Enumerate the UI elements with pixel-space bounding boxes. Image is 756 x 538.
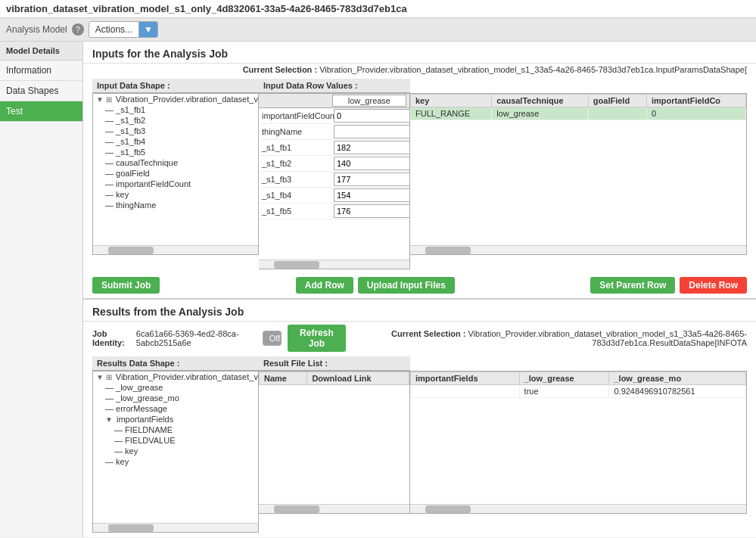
- field-label: _s1_fb5: [262, 207, 334, 216]
- result-table-scrollbar: [425, 505, 471, 513]
- result-tree-node-fieldvalue[interactable]: — FIELDVALUE: [93, 435, 258, 446]
- table-scroll-x[interactable]: [410, 245, 746, 254]
- results-current-selection-value: Vibration_Provider.vibration_dataset_vib…: [468, 329, 747, 347]
- input-tree-container: Input Data Shape : ▼ ⊞ Vibration_Provide…: [92, 79, 259, 255]
- result-table-scroll-x[interactable]: [410, 504, 746, 513]
- input-data-row-label: Input Data Row Values :: [259, 79, 410, 93]
- results-data-shape-label: Results Data Shape :: [92, 356, 259, 371]
- result-tree-scrollbar: [108, 524, 154, 532]
- file-list-content[interactable]: Name Download Link: [259, 372, 409, 504]
- result-table-container: importantFields _low_grease _low_grease_…: [410, 356, 747, 514]
- tree-dash-icon: —: [105, 126, 116, 135]
- results-section-header: Results from the Analysis Job: [83, 300, 756, 322]
- field-input-thing[interactable]: [334, 125, 409, 138]
- tree-dash-icon: —: [105, 137, 116, 146]
- page-title: vibration_dataset_vibration_model_s1_onl…: [0, 0, 756, 18]
- field-input-fb5[interactable]: [334, 204, 409, 218]
- input-table-content[interactable]: key causalTechnique goalField importantF…: [410, 94, 746, 245]
- sidebar-item-test[interactable]: Test: [0, 101, 82, 122]
- tree-dash-icon: —: [105, 404, 116, 413]
- result-table-row[interactable]: true 0.9248496910782561: [411, 385, 746, 398]
- file-list-scroll-x[interactable]: [259, 504, 409, 513]
- field-values-panel: low_grease importantFieldCount thingName: [259, 93, 410, 269]
- result-tree-node-fieldname[interactable]: — FIELDNAME: [93, 424, 258, 435]
- col-low-grease: _low_grease: [519, 372, 609, 385]
- delete-row-button[interactable]: Delete Row: [680, 277, 747, 294]
- tree-node-key[interactable]: — key: [93, 189, 258, 200]
- results-section: Results from the Analysis Job Job Identi…: [83, 300, 756, 537]
- field-input-fb3[interactable]: [334, 173, 409, 186]
- input-tree-content[interactable]: ▼ ⊞ Vibration_Provider.vibration_dataset…: [93, 94, 258, 245]
- tree-dash-icon: —: [105, 179, 116, 188]
- tree-dash-icon: —: [114, 446, 125, 456]
- tree-dash-icon: —: [114, 436, 125, 445]
- input-tree-panel: ▼ ⊞ Vibration_Provider.vibration_dataset…: [92, 93, 259, 255]
- result-tree-scroll-x[interactable]: [93, 523, 258, 532]
- result-tree-node-important[interactable]: ▼ importantFields: [93, 414, 258, 424]
- tree-node-root[interactable]: ▼ ⊞ Vibration_Provider.vibration_dataset…: [93, 94, 258, 104]
- tree-dash-icon: —: [105, 158, 116, 167]
- tree-node-s1fb4[interactable]: — _s1_fb4: [93, 136, 258, 147]
- refresh-job-button[interactable]: Refresh Job: [288, 325, 346, 352]
- add-row-button[interactable]: Add Row: [296, 277, 353, 294]
- tree-node-important[interactable]: — importantFieldCount: [93, 179, 258, 189]
- tree-scroll-x[interactable]: [93, 245, 258, 254]
- field-input-important[interactable]: [334, 109, 409, 123]
- result-tree-node-low-grease-mo[interactable]: — _low_grease_mo: [93, 393, 258, 403]
- result-table-panel: importantFields _low_grease _low_grease_…: [410, 371, 747, 514]
- col-important-fields: importantFields: [411, 372, 520, 385]
- tree-node-thing[interactable]: — thingName: [93, 200, 258, 210]
- cell-low-grease-val: true: [519, 385, 609, 398]
- result-tree-node-key-inner[interactable]: — key: [93, 446, 258, 456]
- field-row-fb4: _s1_fb4: [259, 188, 409, 204]
- field-input-fb1[interactable]: [334, 141, 409, 154]
- sidebar-item-information[interactable]: Information: [0, 61, 82, 81]
- submit-job-button[interactable]: Submit Job: [92, 277, 160, 294]
- result-tree-content[interactable]: ▼ ⊞ Vibration_Provider.vibration_dataset…: [93, 372, 258, 523]
- results-current-selection-label: Current Selection :: [391, 329, 465, 338]
- table-row[interactable]: FULL_RANGE low_grease 0: [411, 107, 746, 120]
- refresh-toggle[interactable]: Off: [263, 331, 282, 346]
- field-scroll-x[interactable]: [259, 260, 409, 269]
- col-important: importantFieldCo: [647, 95, 746, 107]
- actions-label: Actions...: [89, 22, 138, 37]
- results-current-selection: Current Selection : Vibration_Provider.v…: [358, 329, 747, 347]
- field-row-fb3: _s1_fb3: [259, 172, 409, 188]
- tree-dash-icon: —: [105, 169, 116, 178]
- result-tree-container: Results Data Shape : ▼ ⊞ Vibration_Provi…: [92, 356, 259, 533]
- tree-node-s1fb5[interactable]: — _s1_fb5: [93, 147, 258, 157]
- sidebar-item-data-shapes[interactable]: Data Shapes: [0, 81, 82, 101]
- field-label: _s1_fb1: [262, 143, 334, 152]
- field-input-fb4[interactable]: [334, 188, 409, 202]
- cell-important: 0: [647, 107, 746, 120]
- tree-node-s1fb1[interactable]: — _s1_fb1: [93, 104, 258, 115]
- result-tree-node-low-grease[interactable]: — _low_grease: [93, 382, 258, 393]
- results-meta-row: Job Identity: 6ca61a66-5369-4ed2-88ca-5a…: [83, 322, 756, 355]
- actions-dropdown[interactable]: Actions... ▼: [89, 21, 158, 38]
- toggle-off-label[interactable]: Off: [263, 331, 282, 345]
- result-tree-node-error[interactable]: — errorMessage: [93, 403, 258, 414]
- field-row-fb1: _s1_fb1: [259, 140, 409, 156]
- tree-node-goal[interactable]: — goalField: [93, 168, 258, 179]
- tree-node-s1fb3[interactable]: — _s1_fb3: [93, 126, 258, 136]
- tree-node-causal[interactable]: — causalTechnique: [93, 157, 258, 168]
- dropdown-arrow-icon[interactable]: ▼: [138, 22, 157, 37]
- field-values-content[interactable]: importantFieldCount thingName _s1_fb1: [259, 108, 409, 260]
- field-input-fb2[interactable]: [334, 157, 409, 170]
- upload-input-files-button[interactable]: Upload Input Files: [358, 277, 455, 294]
- result-tree-node-key[interactable]: — key: [93, 456, 258, 467]
- field-row-fb5: _s1_fb5: [259, 204, 409, 219]
- tree-dash-icon: —: [114, 425, 125, 434]
- result-tree-node-root[interactable]: ▼ ⊞ Vibration_Provider.vibration_dataset…: [93, 372, 258, 382]
- col-low-grease-mo: _low_grease_mo: [609, 372, 746, 385]
- tree-dash-icon: —: [105, 393, 116, 403]
- sidebar-section-title: Model Details: [0, 42, 82, 61]
- inputs-section-header: Inputs for the Analysis Job: [83, 42, 756, 64]
- field-row-thing: thingName: [259, 124, 409, 140]
- set-parent-row-button[interactable]: Set Parent Row: [590, 277, 675, 294]
- field-top-value: low_grease: [332, 95, 406, 107]
- main-layout: Model Details Information Data Shapes Te…: [0, 42, 756, 537]
- tree-node-s1fb2[interactable]: — _s1_fb2: [93, 115, 258, 126]
- result-table-content[interactable]: importantFields _low_grease _low_grease_…: [410, 372, 746, 504]
- help-icon[interactable]: ?: [72, 23, 84, 36]
